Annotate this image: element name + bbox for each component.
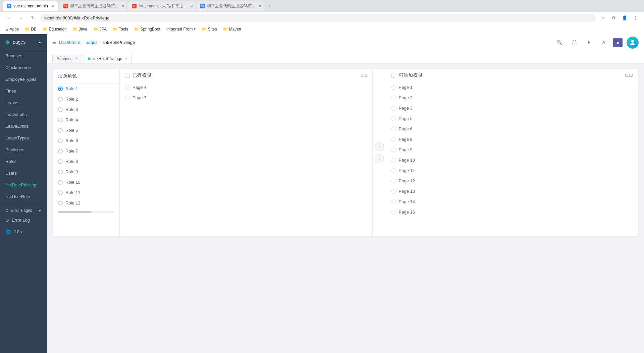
can-add-item-page8[interactable]: Page 8 bbox=[386, 134, 639, 144]
transfer-item-page7-checkbox[interactable] bbox=[125, 96, 130, 100]
bookmark-db[interactable]: 📁 DB bbox=[22, 26, 39, 32]
sidebar-item-leavelimits[interactable]: LeaveLimits bbox=[0, 120, 47, 132]
page-tab-linkroleprivilege-close[interactable]: ✕ bbox=[125, 57, 127, 60]
can-add-item-page14[interactable]: Page 14 bbox=[386, 196, 639, 207]
role-item-7[interactable]: Role 7 bbox=[53, 146, 119, 156]
page-tab-bonuses-close[interactable]: ✕ bbox=[75, 57, 78, 60]
sidebar-collapse-icon[interactable]: ▲ bbox=[38, 40, 42, 44]
transfer-item-page4-checkbox[interactable] bbox=[125, 85, 130, 90]
role-item-1[interactable]: Role 1 bbox=[53, 83, 119, 94]
transfer-left-button[interactable]: ‹ bbox=[375, 142, 384, 151]
can-add-privileges-select-all[interactable] bbox=[391, 73, 396, 78]
transfer-right-button[interactable]: › bbox=[375, 154, 384, 163]
back-button[interactable]: ← bbox=[4, 13, 13, 23]
tab-2[interactable]: 和 和平之翼代码生成器SME... ✕ bbox=[59, 1, 126, 11]
roles-scrollbar-thumb[interactable] bbox=[58, 211, 92, 213]
hamburger-icon[interactable]: ☰ bbox=[52, 40, 56, 45]
role-item-2[interactable]: Role 2 bbox=[53, 94, 119, 104]
reload-button[interactable]: ↻ bbox=[28, 13, 38, 23]
tab-2-close[interactable]: ✕ bbox=[122, 4, 124, 8]
can-add-item-page11-checkbox[interactable] bbox=[391, 168, 396, 173]
can-add-item-page11[interactable]: Page 11 bbox=[386, 165, 639, 176]
sidebar-item-leaves[interactable]: Leaves bbox=[0, 97, 47, 109]
can-add-item-page6[interactable]: Page 6 bbox=[386, 124, 639, 134]
sidebar-item-i18n[interactable]: 🌐 I18n bbox=[0, 226, 47, 238]
transfer-item-page7[interactable]: Page 7 bbox=[120, 93, 372, 103]
sidebar-item-error-log[interactable]: ⊙ Error Log bbox=[0, 214, 47, 226]
address-input[interactable] bbox=[40, 14, 596, 22]
can-add-item-page6-checkbox[interactable] bbox=[391, 127, 396, 131]
theme-icon-btn[interactable]: ■ bbox=[613, 38, 623, 47]
forward-button[interactable]: → bbox=[16, 13, 25, 23]
sidebar-item-leavelefts[interactable]: LeaveLefts bbox=[0, 109, 47, 120]
role-item-8[interactable]: Role 8 bbox=[53, 156, 119, 167]
bookmark-springboot[interactable]: 📁 SpringBoot bbox=[131, 26, 163, 32]
sidebar-section-error-pages[interactable]: ⊙ Error Pages ▼ bbox=[0, 205, 47, 214]
role-item-4[interactable]: Role 4 bbox=[53, 115, 119, 125]
can-add-item-page10-checkbox[interactable] bbox=[391, 158, 396, 163]
tab-4[interactable]: 和 和平之翼代码生成器SME... ✕ bbox=[196, 1, 263, 11]
bookmark-tools[interactable]: 📁 Tools bbox=[110, 26, 131, 32]
sidebar-item-roles[interactable]: Roles bbox=[0, 156, 47, 167]
can-add-item-page10[interactable]: Page 10 bbox=[386, 155, 639, 165]
can-add-item-page9-checkbox[interactable] bbox=[391, 148, 396, 152]
role-item-11[interactable]: Role 11 bbox=[53, 187, 119, 198]
bookmark-apps[interactable]: ⊞ Apps bbox=[3, 26, 21, 32]
can-add-item-page12-checkbox[interactable] bbox=[391, 179, 396, 183]
tab-3-close[interactable]: ✕ bbox=[190, 4, 193, 8]
sidebar-item-fines[interactable]: Fines bbox=[0, 85, 47, 97]
breadcrumb-home[interactable]: Dashboard bbox=[59, 40, 80, 45]
role-item-3[interactable]: Role 3 bbox=[53, 104, 119, 115]
bookmark-imported-from[interactable]: Imported From ▾ bbox=[164, 26, 199, 32]
role-item-9[interactable]: Role 9 bbox=[53, 167, 119, 177]
translate-icon-btn[interactable]: A bbox=[598, 37, 609, 48]
can-add-item-page16[interactable]: Page 16 bbox=[386, 207, 639, 217]
bookmark-jpa[interactable]: 📁 JPA bbox=[91, 26, 109, 32]
tab-4-close[interactable]: ✕ bbox=[259, 4, 261, 8]
page-tab-bonuses[interactable]: Bonuses ✕ bbox=[52, 54, 82, 63]
sidebar-item-leavetypes[interactable]: LeaveTypes bbox=[0, 132, 47, 144]
bookmark-education[interactable]: 📁 Education bbox=[40, 26, 69, 32]
sidebar-item-privileges[interactable]: Privileges bbox=[0, 144, 47, 156]
bookmark-star-button[interactable]: ☆ bbox=[598, 13, 608, 23]
can-add-item-page3[interactable]: Page 3 bbox=[386, 103, 639, 113]
sidebar-item-employeetypes[interactable]: EmployeeTypes bbox=[0, 73, 47, 85]
has-privileges-select-all[interactable] bbox=[125, 73, 130, 78]
role-item-12[interactable]: Role 12 bbox=[53, 198, 119, 208]
can-add-item-page1-checkbox[interactable] bbox=[391, 85, 396, 90]
sidebar-item-linkroleprivilege[interactable]: linkRolePrivilege bbox=[0, 179, 47, 191]
role-item-6[interactable]: Role 6 bbox=[53, 135, 119, 146]
tab-1[interactable]: v vue-element-admin ✕ bbox=[3, 1, 58, 11]
page-tab-linkroleprivilege[interactable]: linkRolePrivilege ✕ bbox=[84, 54, 132, 63]
can-add-item-page12[interactable]: Page 12 bbox=[386, 176, 639, 186]
menu-button[interactable]: ⋮ bbox=[631, 13, 640, 23]
can-add-item-page2[interactable]: Page 2 bbox=[386, 93, 639, 103]
can-add-item-page13[interactable]: Page 13 bbox=[386, 186, 639, 196]
can-add-item-page16-checkbox[interactable] bbox=[391, 210, 396, 215]
can-add-item-page2-checkbox[interactable] bbox=[391, 96, 396, 100]
sidebar-item-bonuses[interactable]: Bonuses bbox=[0, 50, 47, 62]
bookmark-maven[interactable]: 📁 Maven bbox=[220, 26, 244, 32]
sidebar-item-clockrecords[interactable]: Clockrecords bbox=[0, 62, 47, 73]
transfer-item-page4[interactable]: Page 4 bbox=[120, 82, 372, 93]
can-add-item-page8-checkbox[interactable] bbox=[391, 137, 396, 142]
can-add-item-page5-checkbox[interactable] bbox=[391, 116, 396, 121]
avatar-button[interactable] bbox=[627, 37, 639, 49]
can-add-item-page1[interactable]: Page 1 bbox=[386, 82, 639, 93]
fullscreen-icon-btn[interactable]: ⛶ bbox=[569, 37, 580, 48]
tab-1-close[interactable]: ✕ bbox=[51, 4, 54, 8]
extensions-button[interactable]: ⚙ bbox=[609, 13, 619, 23]
can-add-item-page5[interactable]: Page 5 bbox=[386, 113, 639, 124]
can-add-item-page14-checkbox[interactable] bbox=[391, 199, 396, 204]
bookmark-sites[interactable]: 📁 Sites bbox=[199, 26, 219, 32]
breadcrumb-section[interactable]: pages bbox=[86, 40, 97, 45]
new-tab-button[interactable]: + bbox=[265, 1, 274, 11]
role-item-5[interactable]: Role 5 bbox=[53, 125, 119, 135]
sidebar-item-linkuserrole[interactable]: linkUserRole bbox=[0, 191, 47, 202]
can-add-item-page3-checkbox[interactable] bbox=[391, 106, 396, 111]
role-item-10[interactable]: Role 10 bbox=[53, 177, 119, 187]
profile-button[interactable]: 👤 bbox=[620, 13, 629, 23]
search-icon-btn[interactable]: 🔍 bbox=[554, 37, 565, 48]
can-add-item-page13-checkbox[interactable] bbox=[391, 189, 396, 194]
bookmark-java[interactable]: 📁 Java bbox=[70, 26, 90, 32]
